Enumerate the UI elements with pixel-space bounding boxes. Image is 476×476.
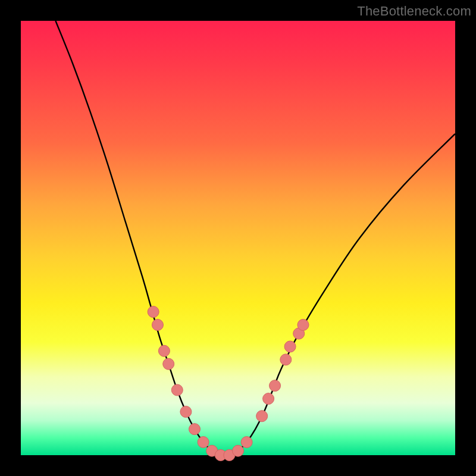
marker-group [148,306,309,461]
curve-marker [171,384,183,396]
curve-marker [189,424,201,435]
curve-marker [152,320,163,331]
curve-marker [180,406,192,418]
curve-marker [241,437,252,448]
curve-marker [270,380,281,392]
watermark-text: TheBottleneck.com [357,4,471,19]
plot-area [21,21,455,455]
curve-marker [163,358,174,369]
curve-svg [21,21,455,455]
curve-marker [256,411,268,422]
curve-marker [298,320,309,331]
curve-marker [158,345,170,356]
curve-marker [263,393,274,405]
curve-marker [284,341,296,352]
curve-marker [148,306,159,318]
bottleneck-curve [55,21,455,456]
curve-marker [198,437,209,448]
curve-marker [280,354,292,365]
curve-marker [233,445,244,456]
chart-frame: TheBottleneck.com [0,0,476,476]
